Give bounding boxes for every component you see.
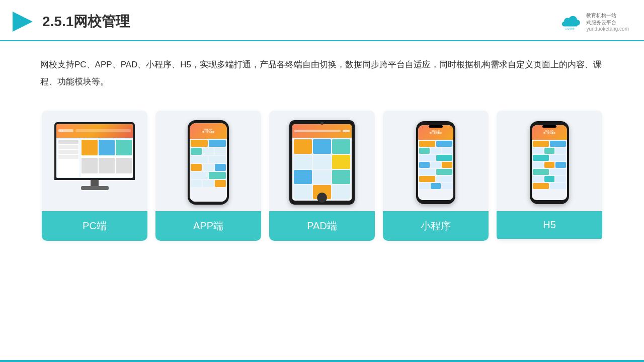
- card-pc: 菜单: [42, 111, 147, 241]
- card-mini-program: 职达人的第一堂兴趣课: [383, 111, 489, 241]
- header-left: 2.5.1网校管理: [10, 9, 130, 34]
- logo-text-area: 教育机构一站 式服务云平台 yunduoketang.com: [586, 12, 629, 32]
- pc-monitor-mockup: 菜单: [52, 122, 137, 203]
- card-pc-label: PC端: [42, 211, 147, 241]
- play-icon: [10, 9, 35, 34]
- ipad-mockup: [289, 120, 355, 205]
- card-h5: 职达人的第一堂兴趣课: [497, 111, 602, 241]
- card-pad: PAD端: [269, 111, 375, 241]
- page-header: 2.5.1网校管理 云朵课堂 教育机构一站 式服务云平台 yunduoketan…: [0, 0, 644, 41]
- card-mini-program-image: 职达人的第一堂兴趣课: [383, 111, 489, 211]
- mini-phone-mockup-1: 职达人的第一堂兴趣课: [416, 121, 455, 204]
- card-app-image: 职达人的第一堂兴趣课: [155, 111, 261, 211]
- device-cards-container: 菜单: [0, 101, 644, 251]
- logo-url: yunduoketang.com: [586, 26, 629, 32]
- cloud-logo-icon: 云朵课堂: [557, 12, 582, 32]
- description-text: 网校支持PC、APP、PAD、小程序、H5，实现多端打通，产品各终端自由切换，数…: [0, 41, 644, 96]
- card-pc-image: 菜单: [42, 111, 147, 211]
- svg-text:云朵课堂: 云朵课堂: [565, 27, 575, 30]
- card-mini-program-label: 小程序: [383, 211, 489, 241]
- page-title: 2.5.1网校管理: [42, 12, 130, 31]
- card-h5-image: 职达人的第一堂兴趣课: [497, 111, 602, 211]
- card-app-label: APP端: [155, 211, 261, 241]
- card-app: 职达人的第一堂兴趣课: [155, 111, 261, 241]
- phone-mockup: 职达人的第一堂兴趣课: [188, 120, 229, 205]
- card-pad-label: PAD端: [269, 211, 375, 241]
- logo-tagline: 教育机构一站: [586, 12, 616, 19]
- card-h5-label: H5: [497, 211, 602, 239]
- card-pad-image: [269, 111, 375, 211]
- mini-phone-mockup-2: 职达人的第一堂兴趣课: [530, 121, 569, 204]
- logo-tagline2: 式服务云平台: [586, 19, 616, 26]
- brand-logo: 云朵课堂 教育机构一站 式服务云平台 yunduoketang.com: [557, 12, 629, 32]
- svg-marker-0: [13, 12, 33, 32]
- bottom-accent-line: [0, 360, 644, 362]
